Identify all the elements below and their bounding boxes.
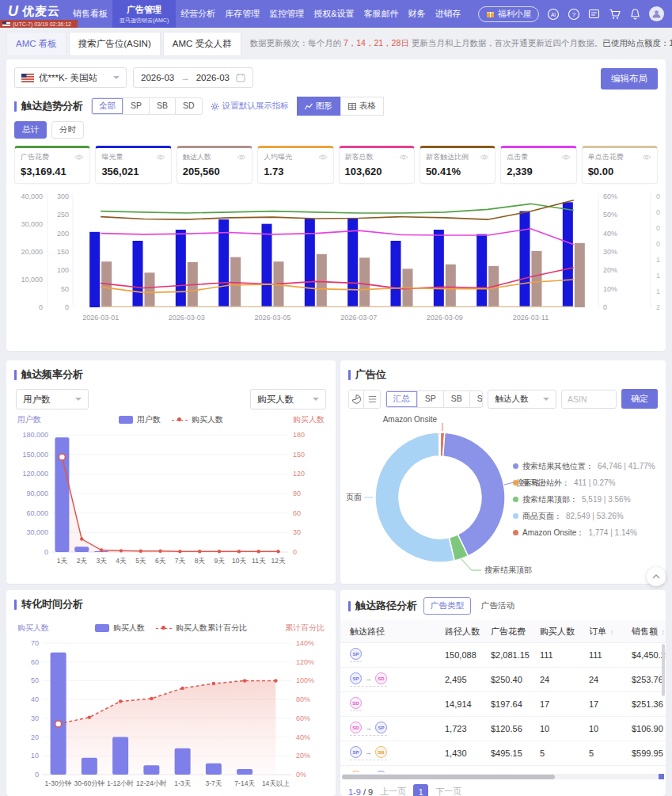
donut-legend-item: 商品页面：82,549 | 53.26% bbox=[513, 508, 655, 524]
svg-text:60: 60 bbox=[293, 509, 301, 517]
paths-card-head: 触达路径分析 广告类型广告活动 bbox=[340, 590, 666, 618]
frequency-card: 触达频率分析 用户数 购买人数 用户数 用户数 购买人数 购买人数 030,00… bbox=[6, 360, 336, 584]
metric-label: 单点击花费 bbox=[588, 152, 624, 162]
eye-icon[interactable] bbox=[237, 154, 246, 161]
welfare-button[interactable]: 福利小屋 bbox=[478, 6, 539, 22]
placement-title-text: 广告位 bbox=[355, 368, 386, 382]
chevron-down-icon bbox=[543, 398, 549, 404]
default-metrics-settings[interactable]: 设置默认展示指标 bbox=[211, 101, 289, 112]
prev-page-button[interactable]: 上一页 bbox=[380, 786, 406, 796]
svg-text:1天: 1天 bbox=[57, 557, 68, 565]
view-tab-2[interactable]: AMC 受众人群 bbox=[163, 32, 241, 56]
pie-view-button[interactable] bbox=[349, 390, 364, 408]
total-mode-button[interactable]: 总计 bbox=[14, 121, 47, 139]
eye-icon[interactable] bbox=[156, 154, 165, 161]
hourly-mode-button[interactable]: 分时 bbox=[51, 121, 84, 139]
collapse-float-button[interactable] bbox=[647, 567, 666, 586]
site-select[interactable]: 优***K- 美国站 bbox=[14, 67, 127, 88]
frequency-chart: 030,00060,00090,000120,000150,000180,000… bbox=[6, 425, 331, 577]
placement-type-tab-0[interactable]: 汇总 bbox=[386, 391, 418, 407]
ai-assistant-icon[interactable]: AI bbox=[546, 7, 560, 21]
help-icon[interactable]: ? bbox=[567, 7, 580, 21]
page-1-button[interactable]: 1 bbox=[413, 784, 428, 796]
menu-item-2[interactable]: 经营分析 bbox=[176, 0, 220, 28]
table-row[interactable]: SP→SB1,430$495.1555$599.95 bbox=[340, 741, 666, 765]
menu-item-5[interactable]: 授权&设置 bbox=[309, 0, 359, 28]
view-tab-1[interactable]: 搜索广告位(ASIN) bbox=[69, 32, 161, 56]
svg-text:0: 0 bbox=[44, 548, 48, 556]
svg-text:0: 0 bbox=[656, 192, 660, 200]
edit-layout-button[interactable]: 编辑布局 bbox=[601, 68, 658, 90]
horizontal-scrollbar-thumb[interactable] bbox=[342, 775, 555, 779]
confirm-button[interactable]: 确定 bbox=[621, 389, 658, 409]
paths-tab-1[interactable]: 广告活动 bbox=[474, 597, 522, 615]
menu-item-3[interactable]: 库存管理 bbox=[220, 0, 264, 28]
legend-value: 5,519 | 3.56% bbox=[582, 495, 631, 504]
trend-type-tab-2[interactable]: SB bbox=[150, 98, 176, 114]
frequency-legend: 用户数 购买人数 bbox=[6, 414, 336, 425]
menu-item-1[interactable]: 广告管理亚马逊营销云(AMC) bbox=[112, 0, 176, 28]
placement-type-tab-2[interactable]: SB bbox=[444, 391, 470, 407]
trend-type-tab-0[interactable]: 全部 bbox=[92, 98, 123, 114]
placement-title: 广告位 bbox=[348, 368, 386, 382]
sp-badge-icon: SP bbox=[375, 722, 387, 733]
pagination: 1-9 / 9 上一页 1 下一页 bbox=[340, 779, 666, 796]
sort-icon[interactable]: ↕ bbox=[608, 628, 613, 636]
table-row[interactable]: SD→SP1,723$120.561010$106.90 bbox=[340, 716, 666, 741]
cell: $250.40 bbox=[481, 675, 530, 684]
cell: 14,914 bbox=[435, 699, 481, 709]
menu-item-7[interactable]: 财务 bbox=[404, 0, 431, 28]
eye-icon[interactable] bbox=[642, 154, 651, 161]
svg-text:150: 150 bbox=[57, 248, 69, 256]
legend-value: 64,746 | 41.77% bbox=[598, 462, 655, 470]
path-cell: SP→SB bbox=[340, 746, 435, 761]
message-icon[interactable] bbox=[587, 7, 601, 21]
placement-metric-select[interactable]: 触达人数 bbox=[488, 390, 556, 409]
placement-type-tab-1[interactable]: SP bbox=[418, 391, 444, 407]
eye-icon[interactable] bbox=[399, 154, 408, 161]
table-row[interactable]: SP150,088$2,081.15111111$4,450.24 bbox=[340, 642, 666, 667]
table-row[interactable]: SP→SD2,495$250.402424$253.76 bbox=[340, 667, 666, 691]
table-view-button[interactable]: 表格 bbox=[340, 97, 384, 116]
svg-text:6天: 6天 bbox=[155, 557, 166, 565]
eye-icon[interactable] bbox=[74, 154, 84, 161]
paths-header-3[interactable]: 购买人数 ↕ bbox=[530, 626, 579, 638]
placement-type-tab-3[interactable]: SD bbox=[470, 391, 484, 407]
donut-legend-item: 搜索结果其他位置：64,746 | 41.77% bbox=[513, 458, 655, 474]
menu-item-4[interactable]: 监控管理 bbox=[264, 0, 309, 28]
arrow-icon: → bbox=[365, 675, 372, 683]
date-range-picker[interactable]: 2026-03 → 2026-03 bbox=[133, 67, 253, 88]
paths-header-5[interactable]: 销售额 ↕ bbox=[622, 626, 666, 638]
eye-icon[interactable] bbox=[480, 154, 489, 161]
vertical-scrollbar[interactable] bbox=[662, 644, 665, 696]
frequency-left-select[interactable]: 用户数 bbox=[16, 389, 89, 409]
ad-type-tabs: 全部SPSBSD bbox=[91, 97, 203, 115]
bell-icon[interactable] bbox=[628, 7, 642, 21]
asin-input[interactable] bbox=[561, 390, 617, 409]
frequency-right-select[interactable]: 购买人数 bbox=[250, 389, 326, 409]
menu-item-6[interactable]: 客服邮件 bbox=[359, 0, 404, 28]
eye-icon[interactable] bbox=[561, 154, 571, 161]
sort-icon[interactable]: ↕ bbox=[659, 628, 665, 636]
cell: $2,081.15 bbox=[481, 650, 530, 660]
next-page-button[interactable]: 下一页 bbox=[435, 786, 461, 796]
horizontal-scrollbar-track[interactable] bbox=[342, 774, 664, 779]
table-row[interactable]: SD14,914$197.641717$251.36 bbox=[340, 691, 666, 716]
trend-type-tab-3[interactable]: SD bbox=[176, 98, 202, 114]
chart-view-button[interactable]: 图形 bbox=[297, 97, 340, 116]
paths-header-1[interactable]: 路径人数 ↕ bbox=[435, 626, 481, 638]
conversion-card: 转化时间分析 购买人数 购买人数 购买人数累计百分比 累计百分比 0102030… bbox=[6, 590, 336, 796]
eye-icon[interactable] bbox=[318, 154, 328, 161]
list-view-button[interactable] bbox=[364, 390, 379, 408]
user-avatar[interactable] bbox=[649, 6, 664, 21]
placement-donut-area: Amazon Onsite页面搜索结果顶部搜索结 搜索结果其他位置：64,746… bbox=[340, 410, 666, 583]
paths-tab-0[interactable]: 广告类型 bbox=[423, 597, 471, 615]
cart-icon[interactable] bbox=[608, 7, 621, 21]
trend-type-tab-1[interactable]: SP bbox=[123, 98, 150, 114]
paths-header-4[interactable]: 订单 ↕ bbox=[579, 626, 622, 638]
menu-item-label: 监控管理 bbox=[269, 8, 304, 20]
paths-header-2[interactable]: 广告花费 ↕ bbox=[481, 626, 530, 638]
view-tab-0[interactable]: AMC 看板 bbox=[6, 32, 66, 56]
menu-item-8[interactable]: 进销存 bbox=[431, 0, 466, 28]
table-row[interactable]: SB→SP bbox=[340, 765, 666, 772]
